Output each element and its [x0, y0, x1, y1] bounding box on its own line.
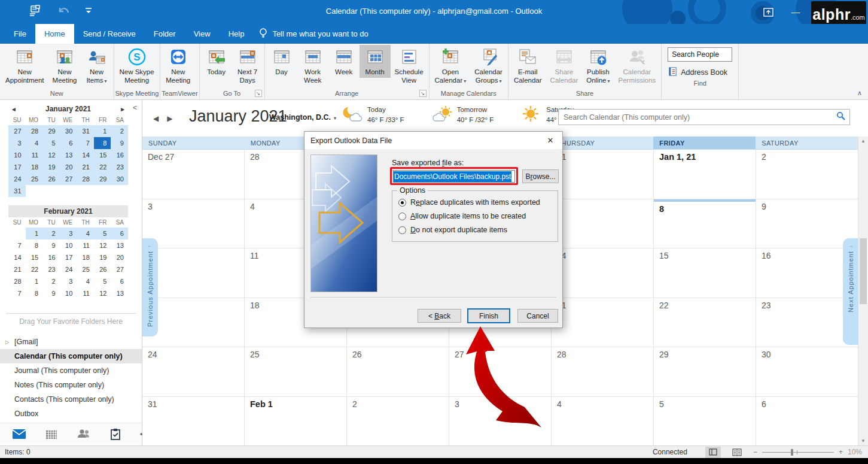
- calendar-cell[interactable]: 31: [552, 150, 654, 199]
- mini-calendar-day[interactable]: 20: [60, 161, 77, 173]
- tab-help[interactable]: Help: [220, 24, 254, 44]
- search-input[interactable]: [559, 113, 832, 122]
- radio-icon[interactable]: [398, 213, 406, 220]
- mini-calendar-day[interactable]: 6: [111, 275, 128, 287]
- mini-calendar-day[interactable]: 10: [60, 287, 77, 299]
- calendar-cell[interactable]: 25: [245, 347, 347, 396]
- mini-next-icon[interactable]: ▸: [117, 105, 128, 113]
- mini-calendar-day[interactable]: 10: [8, 149, 26, 161]
- calendar-cell[interactable]: 26: [347, 347, 449, 396]
- tasks-icon[interactable]: [110, 428, 121, 440]
- mini-calendar-day[interactable]: 24: [8, 173, 26, 185]
- mini-calendar-day[interactable]: 25: [26, 173, 43, 185]
- mini-calendar-day[interactable]: 17: [8, 161, 26, 173]
- scroll-down-icon[interactable]: ▼: [858, 436, 868, 446]
- mini-prev-icon[interactable]: ◂: [8, 105, 19, 113]
- mini-calendar-day[interactable]: 5: [42, 137, 60, 149]
- mini-calendar-day[interactable]: 28: [77, 173, 94, 185]
- sidebar-item-outbox[interactable]: Outbox: [0, 407, 142, 421]
- tab-home[interactable]: Home: [35, 24, 74, 44]
- mini-calendar-day[interactable]: 16: [42, 251, 60, 263]
- sidebar-item-journal-this-computer-only[interactable]: Journal (This computer only): [0, 363, 142, 378]
- next-month-icon[interactable]: ▶: [167, 114, 181, 123]
- calendar-cell[interactable]: 30: [756, 347, 858, 396]
- mini-calendar-day[interactable]: 23: [111, 161, 128, 173]
- mini-calendar-day[interactable]: 1: [26, 228, 43, 239]
- calendar-cell[interactable]: 29: [654, 347, 756, 396]
- mini-calendar-day[interactable]: 31: [8, 185, 26, 197]
- mini-calendar-day[interactable]: 8: [94, 137, 111, 149]
- mini-calendar-day[interactable]: 12: [94, 239, 111, 251]
- mini-calendar-day[interactable]: 11: [26, 149, 43, 161]
- mail-icon[interactable]: [12, 429, 26, 439]
- mini-calendar-day[interactable]: 6: [111, 228, 128, 239]
- sidebar-item-notes-this-computer-only[interactable]: Notes (This computer only): [0, 378, 142, 392]
- calendar-cell[interactable]: 14: [552, 248, 654, 298]
- previous-month-icon[interactable]: ◀: [153, 114, 167, 123]
- mini-calendar-day[interactable]: 20: [111, 251, 128, 263]
- ribbon-button-open-calendar[interactable]: OpenCalendar▾: [431, 45, 471, 86]
- mini-calendar-day[interactable]: 9: [111, 137, 128, 149]
- mini-calendar-day[interactable]: 24: [60, 263, 77, 275]
- ribbon-button-next-7-days[interactable]: Next 7Days: [232, 45, 263, 86]
- search-people-box[interactable]: Search People: [668, 47, 732, 62]
- minimize-button[interactable]: —: [785, 0, 806, 24]
- sidebar-item-gmail[interactable]: ▷[Gmail]: [0, 335, 142, 349]
- mini-calendar-day[interactable]: 7: [8, 287, 26, 299]
- mini-calendar-day[interactable]: 13: [111, 287, 128, 299]
- ribbon-button-month[interactable]: Month: [360, 45, 391, 78]
- mini-calendar-day[interactable]: 1: [94, 125, 111, 137]
- mini-calendar-day[interactable]: 21: [77, 161, 94, 173]
- mini-calendar-day[interactable]: 29: [42, 125, 60, 137]
- calendar-cell[interactable]: 4: [552, 397, 654, 446]
- mini-calendar-day[interactable]: 23: [42, 263, 60, 275]
- ribbon-button-day[interactable]: Day: [266, 45, 297, 78]
- mini-calendar-day[interactable]: 30: [60, 125, 77, 137]
- back-button[interactable]: < Back: [418, 309, 461, 323]
- calendar-cell[interactable]: 7: [552, 199, 654, 248]
- mini-calendar-day[interactable]: 31: [77, 125, 94, 137]
- radio-option-3[interactable]: Do not export duplicate items: [398, 226, 507, 234]
- mini-calendar-day[interactable]: 3: [60, 275, 77, 287]
- mini-calendar-day[interactable]: 30: [111, 173, 128, 185]
- zoom-out-button[interactable]: −: [753, 448, 757, 456]
- address-book-button[interactable]: Address Book: [668, 66, 732, 78]
- mini-calendar-day[interactable]: 16: [111, 149, 128, 161]
- people-icon[interactable]: [77, 429, 91, 439]
- mini-calendar-day[interactable]: 4: [26, 137, 43, 149]
- calendar-cell[interactable]: 2: [756, 150, 858, 199]
- mini-calendar-day[interactable]: 9: [42, 287, 60, 299]
- mini-calendar-day[interactable]: 17: [60, 251, 77, 263]
- mini-calendar-day[interactable]: 25: [77, 263, 94, 275]
- mini-calendar-day[interactable]: 6: [60, 137, 77, 149]
- calendar-cell[interactable]: 24: [142, 347, 245, 396]
- mini-calendar-day[interactable]: 5: [94, 275, 111, 287]
- ribbon-button-week[interactable]: Week: [328, 45, 360, 78]
- mini-calendar-day[interactable]: 9: [42, 239, 60, 251]
- mini-calendar-day[interactable]: 8: [26, 239, 43, 251]
- mini-calendar-day[interactable]: 4: [77, 228, 94, 239]
- mini-calendar-day[interactable]: 15: [94, 149, 111, 161]
- ribbon-button-new-skype-meeting[interactable]: New SkypeMeeting: [115, 45, 159, 86]
- normal-view-button[interactable]: [705, 447, 721, 458]
- mini-calendar-day[interactable]: 7: [8, 239, 26, 251]
- mini-calendar-day[interactable]: 27: [111, 263, 128, 275]
- mini-calendar-day[interactable]: 3: [60, 228, 77, 239]
- next-appointment-tab[interactable]: → Next Appointment: [843, 238, 858, 345]
- mini-calendar-day[interactable]: 8: [26, 287, 43, 299]
- calendar-cell[interactable]: 22: [654, 298, 756, 347]
- calendar-cell[interactable]: Dec 27: [142, 150, 245, 199]
- tab-view[interactable]: View: [185, 24, 220, 44]
- tell-me-box[interactable]: Tell me what you want to do: [253, 24, 374, 44]
- mini-calendar-day[interactable]: 2: [42, 275, 60, 287]
- expander-icon[interactable]: ▷: [5, 339, 9, 345]
- mini-calendar-day[interactable]: 14: [8, 251, 26, 263]
- ribbon-button-today[interactable]: Today: [201, 45, 232, 78]
- mini-calendar-day[interactable]: 13: [60, 149, 77, 161]
- calendar-cell[interactable]: 21: [552, 298, 654, 347]
- mini-calendar-day[interactable]: 19: [94, 251, 111, 263]
- mini-calendar-day[interactable]: 26: [42, 173, 60, 185]
- ribbon-button-calendar-groups[interactable]: CalendarGroups▾: [470, 45, 507, 86]
- mini-calendar-day[interactable]: 28: [8, 275, 26, 287]
- tab-send-receive[interactable]: Send / Receive: [74, 24, 145, 44]
